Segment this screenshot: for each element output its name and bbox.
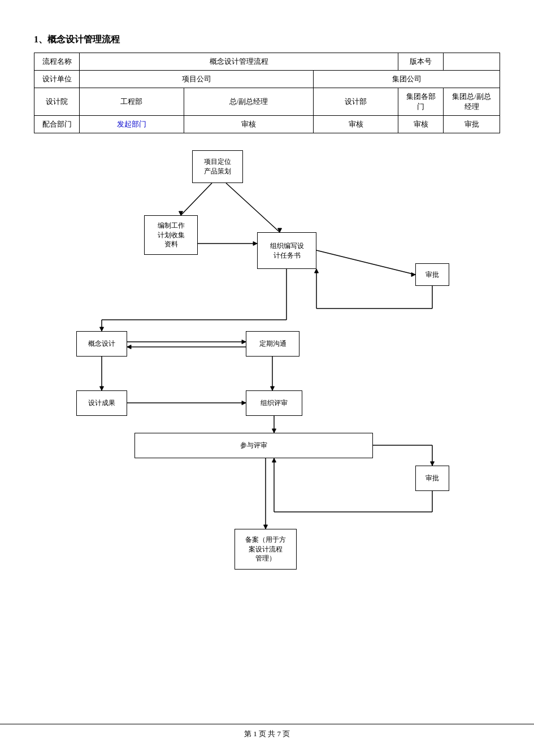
svg-marker-21 (100, 386, 104, 390)
box-approve-1: 审批 (415, 263, 449, 286)
svg-marker-15 (100, 327, 104, 331)
table-cell: 审核 (398, 116, 444, 133)
page-footer: 第 1 页 共 7 页 (0, 724, 534, 739)
svg-marker-7 (411, 273, 415, 277)
svg-line-2 (226, 183, 280, 232)
footer-text: 第 1 页 共 7 页 (244, 729, 290, 738)
svg-marker-34 (272, 458, 276, 462)
page-title: 1、概念设计管理流程 (34, 34, 500, 46)
table-cell: 总/副总经理 (184, 88, 313, 116)
page-container: 1、概念设计管理流程 流程名称 概念设计管理流程 版本号 设计单位 项目公司 集… (0, 0, 534, 756)
svg-marker-23 (242, 401, 246, 405)
table-cell: 版本号 (398, 53, 444, 71)
svg-marker-5 (253, 242, 257, 246)
table-cell: 发起部门 (80, 116, 184, 133)
table-cell: 设计部 (314, 88, 398, 116)
table-cell: 设计单位 (34, 71, 80, 88)
box-record: 备案（用于方 案设计流程 管理） (235, 529, 297, 570)
svg-marker-25 (271, 386, 275, 390)
flow-diagram: 项目定位 产品策划 编制工作 计划收集 资料 组织编写设 计任务书 审批 概念设… (34, 145, 500, 608)
svg-marker-27 (272, 429, 276, 433)
table-cell: 设计院 (34, 88, 80, 116)
flow-table: 流程名称 概念设计管理流程 版本号 设计单位 项目公司 集团公司 设计院 工程部… (34, 53, 500, 133)
box-regular-comm: 定期沟通 (246, 331, 299, 357)
box-project-positioning: 项目定位 产品策划 (192, 150, 243, 183)
box-plan-compile: 编制工作 计划收集 资料 (144, 215, 198, 255)
table-cell: 集团公司 (314, 71, 500, 88)
table-cell: 流程名称 (34, 53, 80, 71)
svg-line-0 (181, 183, 212, 215)
table-cell: 集团各部门 (398, 88, 444, 116)
table-cell: 集团总/副总经理 (444, 88, 500, 116)
table-cell: 审批 (444, 116, 500, 133)
svg-line-6 (316, 250, 415, 275)
table-cell: 审核 (314, 116, 398, 133)
table-cell: 工程部 (80, 88, 184, 116)
table-cell (444, 53, 500, 71)
svg-marker-19 (127, 345, 131, 349)
box-participate-review: 参与评审 (134, 433, 373, 458)
box-design-result: 设计成果 (76, 390, 127, 416)
table-cell: 配合部门 (34, 116, 80, 133)
svg-marker-30 (431, 462, 435, 466)
box-design-task: 组织编写设 计任务书 (257, 232, 316, 269)
svg-marker-36 (264, 525, 268, 529)
box-approve-2: 审批 (415, 466, 449, 491)
box-concept-design: 概念设计 (76, 331, 127, 357)
box-organize-review: 组织评审 (246, 390, 302, 416)
table-cell: 审核 (184, 116, 313, 133)
table-cell: 概念设计管理流程 (80, 53, 398, 71)
svg-marker-3 (278, 228, 282, 232)
svg-marker-11 (315, 269, 319, 273)
svg-marker-1 (179, 211, 183, 215)
svg-marker-17 (242, 340, 246, 344)
table-cell: 项目公司 (80, 71, 314, 88)
